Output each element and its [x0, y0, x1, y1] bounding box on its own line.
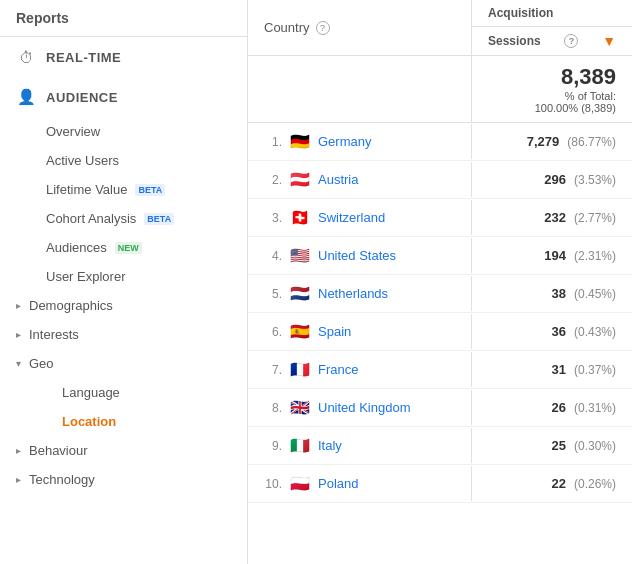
- row-country-cell: 5. 🇳🇱 Netherlands: [248, 276, 472, 311]
- sidebar-item-cohort-analysis[interactable]: Cohort Analysis BETA: [0, 204, 247, 233]
- country-flag-icon: 🇬🇧: [290, 398, 310, 417]
- row-number: 5.: [264, 287, 282, 301]
- country-flag-icon: 🇺🇸: [290, 246, 310, 265]
- country-link[interactable]: Italy: [318, 438, 342, 453]
- sidebar-item-interests[interactable]: Interests: [0, 320, 247, 349]
- audience-label: AUDIENCE: [46, 90, 118, 105]
- table-row: 8. 🇬🇧 United Kingdom 26 (0.31%): [248, 389, 632, 427]
- row-country-cell: 1. 🇩🇪 Germany: [248, 124, 472, 159]
- country-link[interactable]: United States: [318, 248, 396, 263]
- row-number: 6.: [264, 325, 282, 339]
- sidebar-item-lifetime-value[interactable]: Lifetime Value BETA: [0, 175, 247, 204]
- row-sessions-cell: 31 (0.37%): [472, 354, 632, 385]
- row-number: 10.: [264, 477, 282, 491]
- country-link[interactable]: Austria: [318, 172, 358, 187]
- country-flag-icon: 🇨🇭: [290, 208, 310, 227]
- row-number: 8.: [264, 401, 282, 415]
- table-row: 10. 🇵🇱 Poland 22 (0.26%): [248, 465, 632, 503]
- table-row: 4. 🇺🇸 United States 194 (2.31%): [248, 237, 632, 275]
- row-country-cell: 2. 🇦🇹 Austria: [248, 162, 472, 197]
- country-link[interactable]: Germany: [318, 134, 371, 149]
- sidebar-item-location[interactable]: Location: [16, 407, 247, 436]
- table-row: 1. 🇩🇪 Germany 7,279 (86.77%): [248, 123, 632, 161]
- sessions-number: 232: [544, 210, 566, 225]
- table-row: 2. 🇦🇹 Austria 296 (3.53%): [248, 161, 632, 199]
- row-number: 9.: [264, 439, 282, 453]
- acquisition-label: Acquisition: [472, 0, 632, 27]
- sidebar-item-technology[interactable]: Technology: [0, 465, 247, 494]
- row-country-cell: 8. 🇬🇧 United Kingdom: [248, 390, 472, 425]
- row-country-cell: 4. 🇺🇸 United States: [248, 238, 472, 273]
- beta-badge: BETA: [135, 184, 165, 196]
- main-content: Country ? Acquisition Sessions ? ▼ 8,389…: [248, 0, 632, 564]
- chevron-down-icon-geo: [16, 358, 21, 369]
- country-link[interactable]: Poland: [318, 476, 358, 491]
- row-number: 3.: [264, 211, 282, 225]
- totals-pct-label: % of Total: 100.00% (8,389): [488, 90, 616, 114]
- table-row: 5. 🇳🇱 Netherlands 38 (0.45%): [248, 275, 632, 313]
- acquisition-column-header: Acquisition Sessions ? ▼: [472, 0, 632, 55]
- sessions-pct: (3.53%): [574, 173, 616, 187]
- country-link[interactable]: France: [318, 362, 358, 377]
- person-icon: 👤: [16, 87, 36, 107]
- country-flag-icon: 🇩🇪: [290, 132, 310, 151]
- sessions-pct: (0.26%): [574, 477, 616, 491]
- country-help-icon[interactable]: ?: [316, 21, 330, 35]
- data-table: Country ? Acquisition Sessions ? ▼ 8,389…: [248, 0, 632, 564]
- row-country-cell: 9. 🇮🇹 Italy: [248, 428, 472, 463]
- sessions-number: 194: [544, 248, 566, 263]
- row-sessions-cell: 7,279 (86.77%): [472, 126, 632, 157]
- country-link[interactable]: Switzerland: [318, 210, 385, 225]
- row-sessions-cell: 38 (0.45%): [472, 278, 632, 309]
- sidebar-item-active-users[interactable]: Active Users: [0, 146, 247, 175]
- country-flag-icon: 🇵🇱: [290, 474, 310, 493]
- table-header-row: Country ? Acquisition Sessions ? ▼: [248, 0, 632, 56]
- sidebar-item-demographics[interactable]: Demographics: [0, 291, 247, 320]
- row-sessions-cell: 22 (0.26%): [472, 468, 632, 499]
- table-row: 3. 🇨🇭 Switzerland 232 (2.77%): [248, 199, 632, 237]
- totals-row: 8,389 % of Total: 100.00% (8,389): [248, 56, 632, 123]
- row-country-cell: 10. 🇵🇱 Poland: [248, 466, 472, 501]
- table-body: 1. 🇩🇪 Germany 7,279 (86.77%) 2. 🇦🇹 Austr…: [248, 123, 632, 503]
- sessions-number: 7,279: [527, 134, 560, 149]
- sidebar-item-behaviour[interactable]: Behaviour: [0, 436, 247, 465]
- sessions-subheader: Sessions ? ▼: [472, 27, 632, 55]
- sessions-number: 25: [552, 438, 566, 453]
- sessions-pct: (0.45%): [574, 287, 616, 301]
- sessions-number: 31: [552, 362, 566, 377]
- sidebar-item-audiences[interactable]: Audiences NEW: [0, 233, 247, 262]
- sidebar-item-language[interactable]: Language: [16, 378, 247, 407]
- sessions-number: 22: [552, 476, 566, 491]
- country-link[interactable]: Netherlands: [318, 286, 388, 301]
- row-sessions-cell: 296 (3.53%): [472, 164, 632, 195]
- sort-icon[interactable]: ▼: [602, 33, 616, 49]
- sessions-pct: (0.31%): [574, 401, 616, 415]
- country-column-header: Country ?: [248, 0, 472, 55]
- row-number: 4.: [264, 249, 282, 263]
- sessions-pct: (2.77%): [574, 211, 616, 225]
- country-link[interactable]: United Kingdom: [318, 400, 411, 415]
- row-number: 7.: [264, 363, 282, 377]
- row-sessions-cell: 26 (0.31%): [472, 392, 632, 423]
- sessions-pct: (0.43%): [574, 325, 616, 339]
- sidebar-item-realtime[interactable]: ⏱ REAL-TIME: [0, 37, 247, 77]
- sidebar-item-overview[interactable]: Overview: [0, 117, 247, 146]
- geo-subitems: Language Location: [0, 378, 247, 436]
- totals-sessions-cell: 8,389 % of Total: 100.00% (8,389): [472, 56, 632, 122]
- sessions-number: 26: [552, 400, 566, 415]
- row-country-cell: 3. 🇨🇭 Switzerland: [248, 200, 472, 235]
- table-row: 9. 🇮🇹 Italy 25 (0.30%): [248, 427, 632, 465]
- totals-country-cell: [248, 56, 472, 122]
- sessions-help-icon[interactable]: ?: [564, 34, 578, 48]
- audience-subitems: Overview Active Users Lifetime Value BET…: [0, 117, 247, 494]
- country-link[interactable]: Spain: [318, 324, 351, 339]
- sidebar-item-geo[interactable]: Geo: [0, 349, 247, 378]
- row-sessions-cell: 232 (2.77%): [472, 202, 632, 233]
- country-flag-icon: 🇳🇱: [290, 284, 310, 303]
- new-badge: NEW: [115, 242, 142, 254]
- row-sessions-cell: 194 (2.31%): [472, 240, 632, 271]
- sidebar-item-audience[interactable]: 👤 AUDIENCE: [0, 77, 247, 117]
- sidebar-item-user-explorer[interactable]: User Explorer: [0, 262, 247, 291]
- total-sessions-number: 8,389: [488, 64, 616, 90]
- row-sessions-cell: 25 (0.30%): [472, 430, 632, 461]
